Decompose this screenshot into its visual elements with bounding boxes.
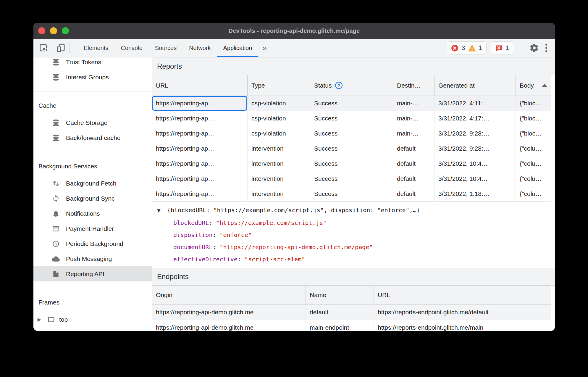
report-url-cell[interactable]: https://reporting-ap…	[152, 156, 248, 171]
minimize-window-button[interactable]	[50, 27, 57, 34]
report-body-cell[interactable]: {"bloc…	[516, 126, 551, 141]
report-destination-cell[interactable]: default	[393, 171, 434, 186]
report-url-cell[interactable]: https://reporting-ap…	[152, 186, 248, 202]
report-type-cell[interactable]: intervention	[248, 186, 310, 202]
report-body-cell[interactable]: {"colu…	[516, 171, 551, 186]
report-destination-cell[interactable]: default	[393, 156, 434, 171]
report-row[interactable]: https://reporting-ap… intervention Succe…	[152, 156, 551, 171]
sidebar-item-background-sync[interactable]: Background Sync	[33, 191, 152, 206]
report-body-cell[interactable]: {"colu…	[516, 186, 551, 202]
sidebar-item-reporting-api[interactable]: Reporting API	[33, 266, 152, 281]
report-body-cell[interactable]: {"colu…	[516, 141, 551, 156]
tab-sources[interactable]: Sources	[149, 39, 183, 57]
sidebar-item-label: Interest Groups	[66, 74, 109, 81]
report-destination-cell[interactable]: default	[393, 186, 434, 202]
report-destination-cell[interactable]: main-…	[393, 126, 434, 141]
sidebar-item-interest-groups[interactable]: Interest Groups	[33, 70, 152, 85]
report-row[interactable]: https://reporting-ap… intervention Succe…	[152, 141, 551, 156]
issues-badge[interactable]: 1	[491, 41, 513, 54]
column-header-destination[interactable]: Destin…	[393, 75, 434, 96]
report-row[interactable]: https://reporting-ap… csp-violation Succ…	[152, 126, 551, 141]
report-status-cell[interactable]: Success	[310, 156, 393, 171]
panel-tabs: Elements Console Sources Network Applica…	[77, 39, 271, 57]
sidebar-item-payment-handler[interactable]: Payment Handler	[33, 221, 152, 236]
report-type-cell[interactable]: csp-violation	[248, 126, 310, 141]
inspect-element-icon[interactable]	[38, 43, 49, 53]
report-destination-cell[interactable]: main-…	[393, 111, 434, 126]
report-url-cell[interactable]: https://reporting-ap…	[152, 96, 248, 111]
endpoint-origin-cell[interactable]: https://reporting-api-demo.glitch.me	[152, 320, 306, 331]
report-status-cell[interactable]: Success	[310, 96, 393, 111]
device-toolbar-icon[interactable]	[55, 43, 66, 53]
report-url-cell[interactable]: https://reporting-ap…	[152, 126, 248, 141]
report-row[interactable]: https://reporting-ap… intervention Succe…	[152, 186, 551, 202]
report-url-cell[interactable]: https://reporting-ap…	[152, 111, 248, 126]
expander-expanded-icon[interactable]: ▼	[157, 205, 167, 217]
column-header-name[interactable]: Name	[306, 286, 374, 304]
report-destination-cell[interactable]: main-…	[393, 96, 434, 111]
sidebar-item-periodic-background-sync[interactable]: Periodic Background	[33, 236, 152, 251]
sidebar-item-background-fetch[interactable]: Background Fetch	[33, 176, 152, 191]
endpoint-name-cell[interactable]: main-endpoint	[306, 320, 374, 331]
report-status-cell[interactable]: Success	[310, 186, 393, 202]
sidebar-item-push-messaging[interactable]: Push Messaging	[33, 251, 152, 266]
report-body-cell[interactable]: {"colu…	[516, 156, 551, 171]
tab-console[interactable]: Console	[114, 39, 148, 57]
errors-warnings-badge[interactable]: 3 1	[447, 41, 487, 54]
endpoint-url-cell[interactable]: https://reports-endpoint.glitch.me/defau…	[374, 304, 551, 320]
report-generated-cell[interactable]: 3/31/2022, 1:18:…	[434, 186, 516, 202]
sidebar-item-notifications[interactable]: Notifications	[33, 206, 152, 221]
tab-application[interactable]: Application	[217, 39, 259, 57]
report-status-cell[interactable]: Success	[310, 141, 393, 156]
report-generated-cell[interactable]: 3/31/2022, 10:4…	[434, 171, 516, 186]
endpoint-row[interactable]: https://reporting-api-demo.glitch.me def…	[152, 304, 551, 320]
sidebar-item-trust-tokens[interactable]: Trust Tokens	[33, 57, 152, 70]
endpoint-name-cell[interactable]: default	[306, 304, 374, 320]
report-type-cell[interactable]: csp-violation	[248, 96, 310, 111]
report-row[interactable]: https://reporting-ap… csp-violation Succ…	[152, 111, 551, 126]
report-url-cell[interactable]: https://reporting-ap…	[152, 141, 248, 156]
report-body-cell[interactable]: {"bloc…	[516, 111, 551, 126]
endpoint-url-cell[interactable]: https://reports-endpoint.glitch.me/main	[374, 320, 551, 331]
kebab-menu-icon[interactable]	[544, 44, 549, 52]
report-status-cell[interactable]: Success	[310, 126, 393, 141]
status-help-icon[interactable]: ?	[335, 81, 343, 89]
report-generated-cell[interactable]: 3/31/2022, 9:28:…	[434, 141, 516, 156]
column-header-status[interactable]: Status ?	[310, 75, 393, 96]
report-row[interactable]: https://reporting-ap… csp-violation Succ…	[152, 96, 551, 111]
column-header-type[interactable]: Type	[248, 75, 310, 96]
column-header-body[interactable]: Body	[516, 75, 551, 96]
report-generated-cell[interactable]: 3/31/2022, 9:28:…	[434, 126, 516, 141]
report-row[interactable]: https://reporting-ap… intervention Succe…	[152, 171, 551, 186]
report-url-cell[interactable]: https://reporting-ap…	[152, 171, 248, 186]
report-type-cell[interactable]: csp-violation	[248, 111, 310, 126]
column-header-origin[interactable]: Origin	[152, 286, 306, 304]
window-titlebar: DevTools - reporting-api-demo.glitch.me/…	[33, 23, 555, 39]
tab-network[interactable]: Network	[183, 39, 217, 57]
sidebar-item-back-forward-cache[interactable]: Back/forward cache	[33, 130, 152, 145]
sidebar-item-cache-storage[interactable]: Cache Storage	[33, 115, 152, 130]
more-tabs-button[interactable]: »	[258, 39, 271, 57]
report-type-cell[interactable]: intervention	[248, 141, 310, 156]
column-header-url[interactable]: URL	[152, 75, 248, 96]
report-type-cell[interactable]: intervention	[248, 156, 310, 171]
report-type-cell[interactable]: intervention	[248, 171, 310, 186]
report-status-cell[interactable]: Success	[310, 171, 393, 186]
report-generated-cell[interactable]: 3/31/2022, 10:4…	[434, 156, 516, 171]
sidebar-item-label: Background Fetch	[66, 180, 116, 187]
report-destination-cell[interactable]: default	[393, 141, 434, 156]
close-window-button[interactable]	[38, 27, 45, 34]
maximize-window-button[interactable]	[62, 27, 69, 34]
report-generated-cell[interactable]: 3/31/2022, 4:17:…	[434, 111, 516, 126]
sidebar-item-top-frame[interactable]: ▶ top	[33, 312, 152, 327]
endpoint-row[interactable]: https://reporting-api-demo.glitch.me mai…	[152, 320, 551, 331]
report-status-cell[interactable]: Success	[310, 111, 393, 126]
tab-elements[interactable]: Elements	[77, 39, 114, 57]
column-header-endpoint-url[interactable]: URL	[374, 286, 551, 304]
expander-collapsed-icon[interactable]: ▶	[35, 317, 43, 322]
endpoint-origin-cell[interactable]: https://reporting-api-demo.glitch.me	[152, 304, 306, 320]
column-header-generated-at[interactable]: Generated at	[434, 75, 516, 96]
report-body-cell[interactable]: {"bloc…	[516, 96, 551, 111]
settings-gear-icon[interactable]	[529, 43, 539, 53]
report-generated-cell[interactable]: 3/31/2022, 4:11:…	[434, 96, 516, 111]
